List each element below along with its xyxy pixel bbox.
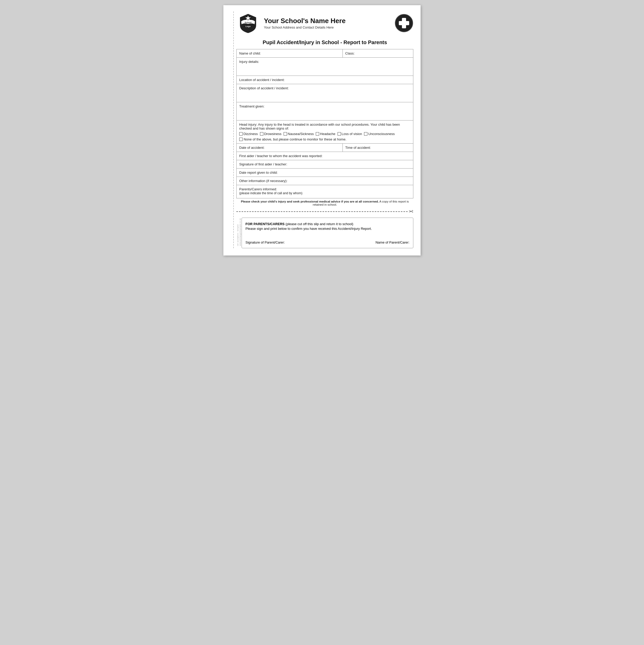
svg-text:Logo: Logo	[246, 25, 251, 27]
cut-line: ✂	[236, 208, 413, 215]
slip-name-label: Name of Parent/Carer:	[375, 240, 409, 244]
signature-cell: Signature of first aider / teacher:	[237, 160, 413, 169]
slip: FOR PARENTS/CARERS (please cut off this …	[242, 218, 413, 248]
date-label: Date of accident:	[239, 146, 265, 150]
injury-details-label: Injury details:	[239, 60, 259, 64]
description-cell: Description of accident / incident:	[237, 84, 413, 102]
location-label: Location of accident / incident:	[239, 78, 285, 82]
name-of-child-label: Name of child:	[239, 51, 261, 55]
first-aid-icon	[395, 14, 413, 32]
parents-carers-row: Parents/Carers informed: (please indicat…	[237, 185, 413, 198]
parents-carers-sub: (please indicate the time of call and by…	[239, 191, 302, 195]
injury-details-row: Injury details:	[237, 58, 413, 76]
checkbox-label-headache: Headache	[320, 132, 335, 136]
name-class-row: Name of child: Class:	[237, 49, 413, 58]
treatment-cell: Treatment given:	[237, 102, 413, 121]
other-info-row: Other information (if necessary):	[237, 177, 413, 185]
header: School Logo Your School's Name Here Your…	[236, 11, 413, 35]
checkbox-label-drowsiness: Drowsiness	[264, 132, 282, 136]
checkbox-box-headache[interactable]	[316, 132, 319, 136]
location-cell: Location of accident / incident:	[237, 76, 413, 84]
location-row: Location of accident / incident:	[237, 76, 413, 84]
date-report-cell: Date report given to child:	[237, 169, 413, 177]
checkbox-box-drowsiness[interactable]	[260, 132, 263, 136]
checkbox-dizziness: Dizziness	[239, 132, 258, 136]
checkbox-label-loss-of-vision: Loss of vision	[342, 132, 362, 136]
checkbox-box-dizziness[interactable]	[239, 132, 243, 136]
checkbox-drowsiness: Drowsiness	[260, 132, 282, 136]
checkbox-box-loss-of-vision[interactable]	[338, 132, 341, 136]
bottom-note: Please check your child's injury and see…	[236, 200, 413, 206]
head-injury-row: Head injury: Any injury to the head is t…	[237, 121, 413, 144]
bottom-note-bold: Please check your child's injury and see…	[241, 200, 379, 203]
logo-area: School Logo	[236, 11, 260, 35]
checkbox-loss-of-vision: Loss of vision	[338, 132, 362, 136]
school-name: Your School's Name Here	[264, 17, 390, 25]
treatment-label: Treatment given:	[239, 104, 264, 108]
svg-text:School: School	[245, 21, 252, 24]
content: School Logo Your School's Name Here Your…	[236, 11, 413, 248]
checkbox-box-nausea[interactable]	[284, 132, 287, 136]
school-logo-icon: School Logo	[238, 13, 258, 33]
checkbox-label-dizziness: Dizziness	[243, 132, 258, 136]
first-aider-label: First aider / teacher to whom the accide…	[239, 154, 323, 158]
first-aider-cell: First aider / teacher to whom the accide…	[237, 152, 413, 160]
side-label-area: ref: accinjform : temp02 www.primaryprim…	[236, 216, 242, 248]
class-label: Class:	[345, 51, 355, 55]
form-table: Name of child: Class: Injury details: Lo…	[236, 49, 413, 198]
slip-text1: (please cut off this slip and return it …	[285, 222, 353, 226]
date-report-label: Date report given to child:	[239, 171, 278, 175]
svg-rect-5	[399, 21, 409, 25]
cut-dashes	[236, 211, 408, 212]
slip-signature-label: Signature of Parent/Carer:	[246, 240, 285, 244]
time-cell: Time of accident:	[342, 144, 413, 152]
signature-row: Signature of first aider / teacher:	[237, 160, 413, 169]
parents-carers-cell: Parents/Carers informed: (please indicat…	[237, 185, 413, 198]
date-cell: Date of accident:	[237, 144, 343, 152]
checkbox-box-none[interactable]	[239, 138, 243, 141]
checkboxes-row: Dizziness Drowsiness Nausea/Sickness	[239, 132, 410, 136]
scissors-icon: ✂	[409, 208, 413, 215]
slip-heading: FOR PARENTS/CARERS (please cut off this …	[246, 221, 409, 226]
checkbox-label-unconsciousness: Unconsciousness	[368, 132, 395, 136]
slip-signature-row: Signature of Parent/Carer: Name of Paren…	[246, 240, 409, 244]
date-time-row: Date of accident: Time of accident:	[237, 144, 413, 152]
checkbox-unconsciousness: Unconsciousness	[364, 132, 395, 136]
slip-section: ref: accinjform : temp02 www.primaryprim…	[236, 216, 413, 248]
description-row: Description of accident / incident:	[237, 84, 413, 102]
school-info: Your School's Name Here Your School Addr…	[264, 17, 390, 29]
signature-label: Signature of first aider / teacher:	[239, 162, 287, 166]
slip-text2: Please sign and print below to confirm y…	[246, 227, 409, 231]
date-report-row: Date report given to child:	[237, 169, 413, 177]
name-of-child-cell: Name of child:	[237, 49, 343, 58]
class-cell: Class:	[342, 49, 413, 58]
first-aider-row: First aider / teacher to whom the accide…	[237, 152, 413, 160]
treatment-row: Treatment given:	[237, 102, 413, 121]
page-title: Pupil Accident/Injury in School - Report…	[236, 39, 413, 45]
parents-carers-label: Parents/Carers informed:	[239, 187, 277, 191]
none-row: None of the above, but please continue t…	[239, 137, 410, 141]
checkbox-nausea: Nausea/Sickness	[284, 132, 314, 136]
slip-bold-text: FOR PARENTS/CARERS	[246, 222, 285, 226]
head-injury-text: Head injury: Any injury to the head is t…	[239, 123, 410, 130]
other-info-label: Other information (if necessary):	[239, 179, 288, 183]
full-page: School Logo Your School's Name Here Your…	[231, 11, 413, 248]
left-margin	[231, 11, 236, 248]
description-label: Description of accident / incident:	[239, 86, 289, 90]
time-label: Time of accident:	[345, 146, 371, 150]
checkbox-box-unconsciousness[interactable]	[364, 132, 367, 136]
checkbox-headache: Headache	[316, 132, 335, 136]
dashed-line	[233, 11, 234, 248]
side-label: ref: accinjform : temp02 www.primaryprim…	[237, 218, 241, 246]
injury-details-cell: Injury details:	[237, 58, 413, 76]
checkbox-label-nausea: Nausea/Sickness	[288, 132, 314, 136]
other-info-cell: Other information (if necessary):	[237, 177, 413, 185]
none-label: None of the above, but please continue t…	[244, 137, 346, 141]
head-injury-cell: Head injury: Any injury to the head is t…	[237, 121, 413, 144]
school-address: Your School Address and Contact Details …	[264, 25, 390, 29]
page: School Logo Your School's Name Here Your…	[224, 5, 420, 255]
